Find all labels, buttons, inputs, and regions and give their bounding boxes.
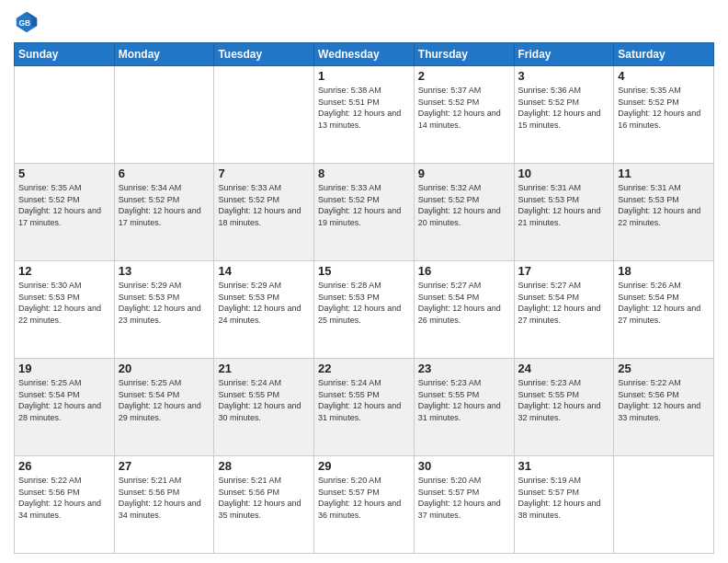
day-number: 24 — [518, 362, 610, 375]
calendar-cell: 11Sunrise: 5:31 AM Sunset: 5:53 PM Dayli… — [614, 164, 714, 261]
day-number: 20 — [119, 362, 210, 375]
calendar-cell: 9Sunrise: 5:32 AM Sunset: 5:52 PM Daylig… — [414, 164, 514, 261]
week-row-1: 5Sunrise: 5:35 AM Sunset: 5:52 PM Daylig… — [15, 164, 714, 261]
day-number: 31 — [518, 459, 610, 473]
day-number: 16 — [418, 264, 510, 278]
calendar-cell: 24Sunrise: 5:23 AM Sunset: 5:55 PM Dayli… — [514, 359, 614, 456]
calendar-cell: 31Sunrise: 5:19 AM Sunset: 5:57 PM Dayli… — [514, 456, 614, 554]
day-info: Sunrise: 5:31 AM Sunset: 5:53 PM Dayligh… — [618, 182, 710, 228]
calendar-cell: 25Sunrise: 5:22 AM Sunset: 5:56 PM Dayli… — [614, 359, 714, 456]
day-number: 23 — [418, 362, 510, 375]
calendar-cell: 20Sunrise: 5:25 AM Sunset: 5:54 PM Dayli… — [114, 359, 214, 456]
calendar-cell: 16Sunrise: 5:27 AM Sunset: 5:54 PM Dayli… — [414, 261, 514, 359]
day-info: Sunrise: 5:33 AM Sunset: 5:52 PM Dayligh… — [318, 182, 410, 228]
day-info: Sunrise: 5:30 AM Sunset: 5:53 PM Dayligh… — [18, 280, 110, 326]
day-number: 9 — [418, 167, 510, 180]
day-number: 6 — [119, 167, 210, 180]
week-row-0: 1Sunrise: 5:38 AM Sunset: 5:51 PM Daylig… — [15, 66, 714, 164]
calendar-cell: 22Sunrise: 5:24 AM Sunset: 5:55 PM Dayli… — [314, 359, 415, 456]
day-number: 4 — [618, 69, 710, 83]
calendar-table: SundayMondayTuesdayWednesdayThursdayFrid… — [14, 42, 714, 554]
calendar-cell: 23Sunrise: 5:23 AM Sunset: 5:55 PM Dayli… — [414, 359, 514, 456]
svg-marker-2 — [32, 18, 38, 26]
calendar-cell — [614, 456, 714, 554]
day-info: Sunrise: 5:32 AM Sunset: 5:52 PM Dayligh… — [418, 182, 510, 228]
header: GB — [14, 9, 714, 35]
calendar-cell — [214, 66, 314, 164]
calendar-cell: 2Sunrise: 5:37 AM Sunset: 5:52 PM Daylig… — [414, 66, 514, 164]
day-number: 27 — [119, 459, 210, 473]
day-info: Sunrise: 5:35 AM Sunset: 5:52 PM Dayligh… — [18, 182, 110, 228]
weekday-header-thursday: Thursday — [414, 43, 514, 66]
weekday-header-saturday: Saturday — [614, 43, 714, 66]
day-number: 22 — [318, 362, 410, 375]
calendar-cell: 27Sunrise: 5:21 AM Sunset: 5:56 PM Dayli… — [114, 456, 214, 554]
calendar-cell: 29Sunrise: 5:20 AM Sunset: 5:57 PM Dayli… — [314, 456, 415, 554]
day-info: Sunrise: 5:25 AM Sunset: 5:54 PM Dayligh… — [18, 377, 110, 423]
day-number: 21 — [218, 362, 310, 375]
day-info: Sunrise: 5:33 AM Sunset: 5:52 PM Dayligh… — [218, 182, 310, 228]
day-info: Sunrise: 5:37 AM Sunset: 5:52 PM Dayligh… — [418, 85, 510, 131]
day-info: Sunrise: 5:29 AM Sunset: 5:53 PM Dayligh… — [218, 280, 310, 326]
weekday-header-row: SundayMondayTuesdayWednesdayThursdayFrid… — [15, 43, 714, 66]
weekday-header-sunday: Sunday — [15, 43, 115, 66]
logo-icon: GB — [14, 9, 40, 35]
day-number: 11 — [618, 167, 710, 180]
calendar-cell: 30Sunrise: 5:20 AM Sunset: 5:57 PM Dayli… — [414, 456, 514, 554]
calendar-cell: 21Sunrise: 5:24 AM Sunset: 5:55 PM Dayli… — [214, 359, 314, 456]
day-number: 2 — [418, 69, 510, 83]
day-info: Sunrise: 5:29 AM Sunset: 5:53 PM Dayligh… — [119, 280, 210, 326]
day-info: Sunrise: 5:27 AM Sunset: 5:54 PM Dayligh… — [418, 280, 510, 326]
day-number: 26 — [18, 459, 110, 473]
day-number: 8 — [318, 167, 410, 180]
day-number: 10 — [518, 167, 610, 180]
weekday-header-wednesday: Wednesday — [314, 43, 415, 66]
day-info: Sunrise: 5:21 AM Sunset: 5:56 PM Dayligh… — [119, 475, 210, 521]
day-number: 28 — [218, 459, 310, 473]
day-info: Sunrise: 5:20 AM Sunset: 5:57 PM Dayligh… — [318, 475, 410, 521]
day-number: 29 — [318, 459, 410, 473]
day-number: 17 — [518, 264, 610, 278]
calendar-cell: 8Sunrise: 5:33 AM Sunset: 5:52 PM Daylig… — [314, 164, 415, 261]
day-info: Sunrise: 5:28 AM Sunset: 5:53 PM Dayligh… — [318, 280, 410, 326]
calendar-cell: 5Sunrise: 5:35 AM Sunset: 5:52 PM Daylig… — [15, 164, 115, 261]
calendar-cell: 18Sunrise: 5:26 AM Sunset: 5:54 PM Dayli… — [614, 261, 714, 359]
calendar-cell: 13Sunrise: 5:29 AM Sunset: 5:53 PM Dayli… — [114, 261, 214, 359]
calendar-cell: 4Sunrise: 5:35 AM Sunset: 5:52 PM Daylig… — [614, 66, 714, 164]
day-info: Sunrise: 5:35 AM Sunset: 5:52 PM Dayligh… — [618, 85, 710, 131]
calendar-cell — [15, 66, 115, 164]
day-info: Sunrise: 5:23 AM Sunset: 5:55 PM Dayligh… — [418, 377, 510, 423]
weekday-header-tuesday: Tuesday — [214, 43, 314, 66]
svg-text:GB: GB — [19, 18, 31, 28]
logo: GB — [14, 9, 43, 35]
week-row-2: 12Sunrise: 5:30 AM Sunset: 5:53 PM Dayli… — [15, 261, 714, 359]
week-row-3: 19Sunrise: 5:25 AM Sunset: 5:54 PM Dayli… — [15, 359, 714, 456]
day-number: 25 — [618, 362, 710, 375]
day-number: 3 — [518, 69, 610, 83]
weekday-header-monday: Monday — [114, 43, 214, 66]
calendar-cell: 10Sunrise: 5:31 AM Sunset: 5:53 PM Dayli… — [514, 164, 614, 261]
calendar-cell: 12Sunrise: 5:30 AM Sunset: 5:53 PM Dayli… — [15, 261, 115, 359]
day-number: 14 — [218, 264, 310, 278]
day-info: Sunrise: 5:34 AM Sunset: 5:52 PM Dayligh… — [119, 182, 210, 228]
day-number: 5 — [18, 167, 110, 180]
day-number: 18 — [618, 264, 710, 278]
day-number: 15 — [318, 264, 410, 278]
day-info: Sunrise: 5:19 AM Sunset: 5:57 PM Dayligh… — [518, 475, 610, 521]
calendar-cell: 15Sunrise: 5:28 AM Sunset: 5:53 PM Dayli… — [314, 261, 415, 359]
calendar-cell: 14Sunrise: 5:29 AM Sunset: 5:53 PM Dayli… — [214, 261, 314, 359]
day-info: Sunrise: 5:20 AM Sunset: 5:57 PM Dayligh… — [418, 475, 510, 521]
day-info: Sunrise: 5:27 AM Sunset: 5:54 PM Dayligh… — [518, 280, 610, 326]
calendar-cell: 28Sunrise: 5:21 AM Sunset: 5:56 PM Dayli… — [214, 456, 314, 554]
day-info: Sunrise: 5:26 AM Sunset: 5:54 PM Dayligh… — [618, 280, 710, 326]
day-info: Sunrise: 5:38 AM Sunset: 5:51 PM Dayligh… — [318, 85, 410, 131]
day-info: Sunrise: 5:36 AM Sunset: 5:52 PM Dayligh… — [518, 85, 610, 131]
calendar-cell: 3Sunrise: 5:36 AM Sunset: 5:52 PM Daylig… — [514, 66, 614, 164]
day-info: Sunrise: 5:24 AM Sunset: 5:55 PM Dayligh… — [318, 377, 410, 423]
day-info: Sunrise: 5:23 AM Sunset: 5:55 PM Dayligh… — [518, 377, 610, 423]
calendar-cell: 7Sunrise: 5:33 AM Sunset: 5:52 PM Daylig… — [214, 164, 314, 261]
day-number: 13 — [119, 264, 210, 278]
day-number: 12 — [18, 264, 110, 278]
day-info: Sunrise: 5:22 AM Sunset: 5:56 PM Dayligh… — [18, 475, 110, 521]
week-row-4: 26Sunrise: 5:22 AM Sunset: 5:56 PM Dayli… — [15, 456, 714, 554]
